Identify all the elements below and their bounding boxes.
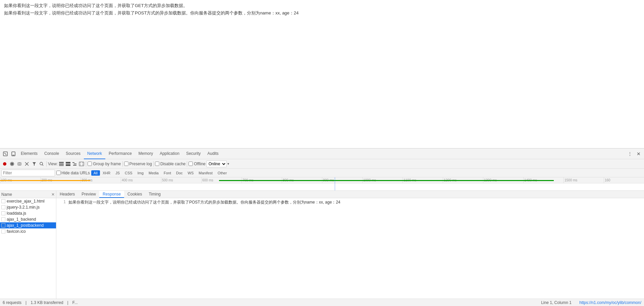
view-label: View:: [48, 162, 58, 166]
filter-bar: Hide data URLs AllXHRJSCSSImgMediaFontDo…: [0, 169, 644, 177]
timeline-vline: [335, 177, 335, 190]
file-item[interactable]: loaddata.js: [0, 210, 56, 216]
preserve-log-label[interactable]: Preserve log: [124, 162, 152, 166]
file-icon: [1, 205, 5, 209]
file-icon: [1, 223, 5, 227]
file-icon: [1, 211, 5, 215]
svg-rect-21: [73, 165, 76, 166]
file-list-header: Name ✕: [0, 191, 56, 198]
file-item[interactable]: favicon.ico: [0, 228, 56, 234]
tab-audits[interactable]: Audits: [204, 148, 222, 159]
svg-rect-17: [66, 162, 70, 164]
file-name: jquery-3.2.1.min.js: [7, 205, 40, 210]
devtools-right-icons: ⋮ ✕: [626, 150, 643, 158]
response-tab-response[interactable]: Response: [99, 191, 124, 198]
svg-rect-3: [12, 155, 14, 156]
more-tools-icon[interactable]: ⋮: [626, 150, 634, 158]
file-item[interactable]: exercise_ajax_1.html: [0, 198, 56, 204]
main-content: Name ✕ exercise_ajax_1.htmljquery-3.2.1.…: [0, 191, 644, 299]
svg-point-8: [19, 163, 20, 165]
response-tab-timing[interactable]: Timing: [145, 191, 164, 198]
svg-line-13: [42, 165, 43, 166]
throttling-dropdown[interactable]: ▾: [227, 162, 229, 166]
waterfall-icon[interactable]: [72, 161, 78, 167]
tab-security[interactable]: Security: [183, 148, 204, 159]
tab-sources[interactable]: Sources: [62, 148, 84, 159]
filmstrip-icon[interactable]: [78, 161, 85, 167]
group-by-frame-checkbox[interactable]: [88, 162, 92, 166]
response-line-number: 1: [59, 200, 66, 205]
filter-button[interactable]: [31, 161, 38, 167]
disable-cache-label[interactable]: Disable cache: [155, 162, 185, 166]
page-content: 如果你看到这一段文字，说明你已经成功访问了这个页面，并获取了GET方式的异步加载…: [0, 0, 644, 148]
svg-rect-26: [83, 165, 83, 165]
device-toolbar-icon[interactable]: [9, 150, 17, 158]
tab-elements[interactable]: Elements: [17, 148, 41, 159]
filter-type-other[interactable]: Other: [215, 170, 229, 176]
devtools-tab-bar: ElementsConsoleSourcesNetworkPerformance…: [0, 148, 644, 159]
svg-rect-19: [72, 162, 74, 163]
response-tab-preview[interactable]: Preview: [78, 191, 99, 198]
group-by-frame-label[interactable]: Group by frame: [88, 162, 121, 166]
tab-network[interactable]: Network: [84, 148, 105, 159]
stop-button[interactable]: [9, 161, 15, 167]
separator2: |: [67, 300, 68, 305]
status-url[interactable]: https://n1.com/my/oc/ylib/common/: [579, 300, 641, 305]
tab-performance[interactable]: Performance: [105, 148, 135, 159]
filter-input[interactable]: [1, 170, 55, 176]
filter-type-media[interactable]: Media: [146, 170, 161, 176]
tab-console[interactable]: Console: [41, 148, 62, 159]
filter-type-manifest[interactable]: Manifest: [196, 170, 215, 176]
svg-point-12: [40, 162, 43, 165]
record-button[interactable]: [1, 161, 8, 167]
file-icon: [1, 199, 5, 203]
close-devtools-icon[interactable]: ✕: [635, 150, 643, 158]
file-name: ajax_1_postbackend: [7, 223, 44, 228]
filter-type-doc[interactable]: Doc: [174, 170, 185, 176]
svg-marker-11: [33, 162, 36, 166]
hide-data-urls-label[interactable]: Hide data URLs: [56, 171, 90, 175]
filter-type-css[interactable]: CSS: [122, 170, 135, 176]
offline-label[interactable]: Offline: [189, 162, 205, 166]
response-tab-cookies[interactable]: Cookies: [124, 191, 145, 198]
devtools-panel: ElementsConsoleSourcesNetworkPerformance…: [0, 148, 644, 306]
svg-rect-20: [74, 164, 76, 164]
timeline-bar-green: [219, 180, 554, 181]
filter-type-ws[interactable]: WS: [185, 170, 196, 176]
disable-cache-checkbox[interactable]: [155, 162, 159, 166]
svg-rect-14: [59, 162, 64, 163]
list-view-icon[interactable]: [58, 161, 64, 167]
offline-checkbox[interactable]: [189, 162, 193, 166]
svg-line-1: [4, 153, 6, 155]
filter-type-img[interactable]: Img: [135, 170, 146, 176]
hide-data-urls-checkbox[interactable]: [56, 171, 61, 175]
timeline-ruler: 100 ms200 ms300 ms400 ms500 ms600 ms700 …: [0, 177, 644, 191]
file-icon: [1, 217, 5, 221]
response-tab-headers[interactable]: Headers: [56, 191, 78, 198]
close-response-icon[interactable]: ✕: [51, 192, 55, 197]
svg-rect-18: [66, 164, 70, 166]
tab-application[interactable]: Application: [156, 148, 183, 159]
filter-type-xhr[interactable]: XHR: [100, 170, 113, 176]
inspect-icon[interactable]: [1, 150, 9, 158]
large-rows-icon[interactable]: [65, 161, 71, 167]
throttling-select[interactable]: Online: [206, 161, 227, 167]
screenshot-button[interactable]: [16, 161, 23, 167]
file-item[interactable]: jquery-3.2.1.min.js: [0, 204, 56, 210]
file-item[interactable]: ajax_1_postbackend: [0, 222, 56, 228]
search-button[interactable]: [38, 161, 45, 167]
file-name: loaddata.js: [7, 211, 26, 216]
filter-type-all[interactable]: All: [91, 170, 100, 176]
filter-type-font[interactable]: Font: [161, 170, 173, 176]
timeline-mark: 160: [604, 177, 644, 183]
requests-count: 6 requests: [3, 300, 21, 305]
preserve-log-checkbox[interactable]: [124, 162, 128, 166]
file-name: favicon.ico: [7, 229, 26, 234]
filter-type-js[interactable]: JS: [113, 170, 122, 176]
file-list-panel: Name ✕ exercise_ajax_1.htmljquery-3.2.1.…: [0, 191, 56, 299]
timeline-mark: 400 ms: [121, 177, 161, 183]
clear-button[interactable]: [23, 161, 30, 167]
cursor-position: Line 1, Column 1: [541, 300, 572, 305]
file-item[interactable]: ajax_1_backend: [0, 216, 56, 222]
tab-memory[interactable]: Memory: [135, 148, 156, 159]
